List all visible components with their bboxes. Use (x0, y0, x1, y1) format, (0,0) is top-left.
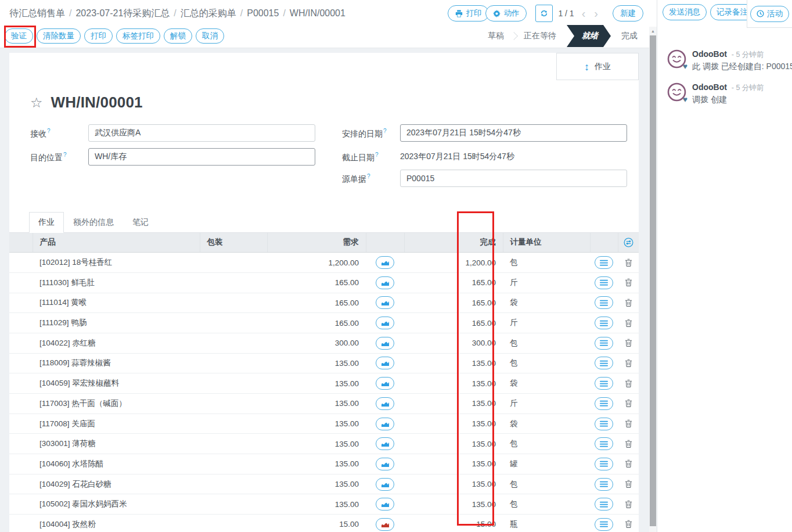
done-cell[interactable]: 1,200.00 (404, 253, 503, 273)
done-cell[interactable]: 135.00 (404, 454, 503, 475)
product-cell[interactable]: [104029] 石花白砂糖 (33, 474, 200, 494)
product-cell[interactable]: [111030] 鲜毛肚 (33, 272, 200, 293)
done-cell[interactable]: 165.00 (404, 272, 503, 293)
product-cell[interactable]: [117008] 关庙面 (33, 414, 200, 434)
package-cell[interactable] (200, 515, 267, 532)
demand-cell[interactable]: 135.00 (267, 494, 366, 515)
done-cell[interactable]: 135.00 (404, 474, 503, 494)
row-handle-cell[interactable] (9, 454, 33, 475)
done-cell[interactable]: 135.00 (404, 494, 503, 515)
label-print-button[interactable]: 标签打印 (116, 28, 160, 44)
row-handle-cell[interactable] (9, 272, 33, 293)
breadcrumb-item[interactable]: 待汇总销售单 (9, 8, 65, 18)
delete-row-button[interactable] (624, 458, 633, 469)
row-handle-cell[interactable] (9, 515, 33, 532)
package-cell[interactable] (200, 353, 267, 373)
receive-field[interactable] (88, 124, 315, 142)
favorite-star-icon[interactable]: ☆ (30, 96, 43, 110)
detailed-operations-button[interactable] (595, 437, 613, 450)
demand-cell[interactable]: 300.00 (267, 333, 366, 353)
row-handle-cell[interactable] (9, 373, 33, 394)
detailed-operations-button[interactable] (595, 518, 613, 531)
uom-cell[interactable]: 斤 (503, 313, 590, 333)
tab-notes[interactable]: 笔记 (123, 212, 158, 233)
done-cell[interactable]: 135.00 (404, 434, 503, 454)
detailed-operations-button[interactable] (595, 276, 613, 289)
action-menu-button[interactable]: 动作 (485, 5, 527, 21)
demand-cell[interactable]: 165.00 (267, 313, 366, 333)
breadcrumb-item[interactable]: 汇总的采购单 (181, 8, 236, 18)
uom-cell[interactable]: 袋 (503, 373, 590, 394)
delete-row-button[interactable] (624, 257, 633, 268)
table-row[interactable]: [104004] 孜然粉 15.00 15.00 瓶 (9, 515, 639, 532)
delete-row-button[interactable] (624, 378, 633, 389)
uom-column-header[interactable]: 计量单位 (503, 233, 590, 253)
help-icon[interactable]: ? (47, 128, 51, 134)
cancel-button[interactable]: 取消 (196, 28, 224, 44)
package-cell[interactable] (200, 474, 267, 494)
demand-cell[interactable]: 165.00 (267, 272, 366, 293)
main-scrollbar[interactable]: ▲ (649, 27, 657, 532)
status-step-waiting[interactable]: 正在等待 (514, 31, 566, 41)
clear-quantity-button[interactable]: 清除数量 (37, 28, 81, 44)
package-cell[interactable] (200, 333, 267, 353)
delete-row-button[interactable] (624, 418, 633, 429)
delete-row-button[interactable] (624, 358, 633, 368)
help-icon[interactable]: ? (63, 152, 67, 158)
forecast-report-button[interactable] (376, 518, 394, 531)
print-button[interactable]: 打印 (84, 28, 113, 44)
detailed-operations-button[interactable] (595, 478, 613, 491)
table-row[interactable]: [105002] 泰国水妈妈西米 135.00 135.00 包 (9, 494, 639, 515)
row-handle-cell[interactable] (9, 414, 33, 434)
product-column-header[interactable]: 产品 (33, 233, 200, 253)
forecast-report-button[interactable] (376, 418, 394, 430)
scroll-up-icon[interactable]: ▲ (649, 27, 657, 33)
forecast-report-button[interactable] (376, 317, 394, 329)
pager-prev-icon[interactable]: ‹ (579, 8, 588, 19)
delete-row-button[interactable] (624, 297, 633, 308)
done-column-header[interactable]: 完成 (404, 233, 503, 253)
destination-location-field[interactable] (88, 148, 315, 166)
delete-row-button[interactable] (624, 277, 633, 287)
demand-cell[interactable]: 135.00 (267, 373, 366, 394)
table-row[interactable]: [117008] 关庙面 135.00 135.00 袋 (9, 414, 639, 434)
done-cell[interactable]: 165.00 (404, 313, 503, 333)
status-step-done[interactable]: 完成 (612, 31, 647, 41)
package-cell[interactable] (200, 393, 267, 414)
forecast-report-button[interactable] (376, 437, 394, 450)
forecast-report-button[interactable] (376, 458, 394, 470)
uom-cell[interactable]: 斤 (503, 393, 590, 414)
product-cell[interactable]: [117003] 热干面（碱面） (33, 393, 200, 414)
demand-cell[interactable]: 165.00 (267, 293, 366, 313)
product-cell[interactable]: [303001] 薄荷糖 (33, 434, 200, 454)
done-cell[interactable]: 135.00 (404, 353, 503, 373)
row-handle-cell[interactable] (9, 353, 33, 373)
uom-cell[interactable]: 包 (503, 253, 590, 273)
delete-row-button[interactable] (624, 499, 633, 509)
table-row[interactable]: [102012] 18号桂香红 1,200.00 1,200.00 包 (9, 253, 639, 273)
uom-cell[interactable]: 包 (503, 474, 590, 494)
uom-cell[interactable]: 斤 (503, 272, 590, 293)
uom-cell[interactable]: 包 (503, 333, 590, 353)
table-row[interactable]: [111030] 鲜毛肚 165.00 165.00 斤 (9, 272, 639, 293)
uom-cell[interactable]: 包 (503, 494, 590, 515)
package-column-header[interactable]: 包装 (200, 233, 267, 253)
package-cell[interactable] (200, 414, 267, 434)
print-menu-button[interactable]: 打印 (448, 5, 489, 21)
detailed-operations-button[interactable] (595, 397, 613, 410)
detailed-operations-button[interactable] (595, 357, 613, 369)
pager-next-icon[interactable]: › (592, 8, 600, 19)
row-handle-cell[interactable] (9, 253, 33, 273)
demand-cell[interactable]: 1,200.00 (267, 253, 366, 273)
row-handle-cell[interactable] (9, 494, 33, 515)
status-step-draft[interactable]: 草稿 (478, 31, 513, 41)
demand-cell[interactable]: 135.00 (267, 393, 366, 414)
help-icon[interactable]: ? (383, 128, 387, 134)
package-cell[interactable] (200, 253, 267, 273)
forecast-report-button[interactable] (376, 478, 394, 491)
detailed-operations-button[interactable] (595, 418, 613, 430)
detailed-operations-button[interactable] (595, 377, 613, 390)
demand-cell[interactable]: 135.00 (267, 434, 366, 454)
detailed-operations-button[interactable] (595, 337, 613, 350)
validate-button[interactable]: 验证 (5, 28, 33, 44)
